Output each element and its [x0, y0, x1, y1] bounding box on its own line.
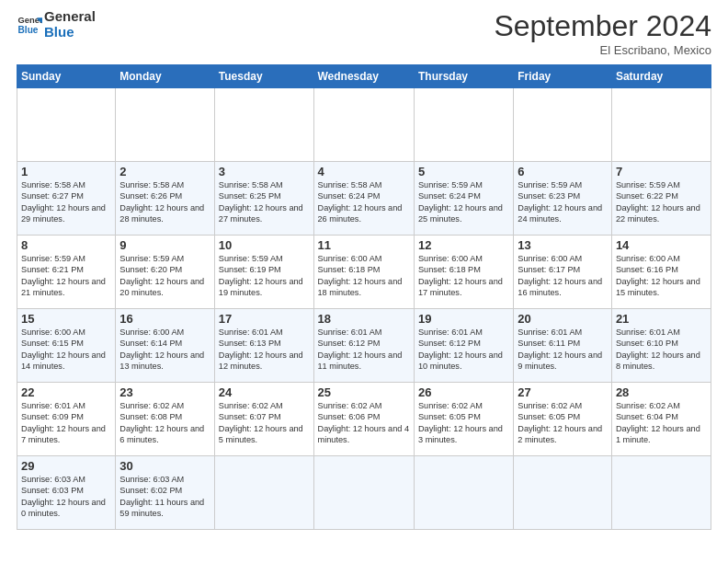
title-section: September 2024 El Escribano, Mexico	[494, 9, 711, 57]
cell-week4-day3: 24Sunrise: 6:02 AMSunset: 6:07 PMDayligh…	[214, 383, 313, 456]
day-number: 19	[418, 312, 509, 326]
page: General Blue General Blue September 2024…	[0, 0, 728, 539]
cell-week2-day4: 11Sunrise: 6:00 AMSunset: 6:18 PMDayligh…	[313, 236, 414, 309]
cell-week1-day3	[214, 88, 313, 162]
day-number: 7	[616, 165, 707, 178]
day-number: 14	[616, 238, 707, 252]
week-row-5: 29Sunrise: 6:03 AMSunset: 6:03 PMDayligh…	[17, 456, 711, 530]
cell-week3-day6: 20Sunrise: 6:01 AMSunset: 6:11 PMDayligh…	[514, 309, 612, 383]
cell-week2-day1: 8Sunrise: 5:59 AMSunset: 6:21 PMDaylight…	[17, 236, 116, 309]
day-info: Sunrise: 5:59 AMSunset: 6:21 PMDaylight:…	[21, 253, 111, 299]
header: General Blue General Blue September 2024…	[17, 9, 711, 57]
cell-week3-day5: 19Sunrise: 6:01 AMSunset: 6:12 PMDayligh…	[414, 309, 513, 383]
cell-week5-day2: 30Sunrise: 6:03 AMSunset: 6:02 PMDayligh…	[116, 456, 214, 530]
cell-week1-day4	[313, 88, 414, 162]
day-number: 1	[21, 165, 111, 178]
day-info: Sunrise: 5:59 AMSunset: 6:19 PMDaylight:…	[219, 253, 310, 299]
day-info: Sunrise: 6:00 AMSunset: 6:15 PMDaylight:…	[21, 327, 111, 373]
day-info: Sunrise: 6:02 AMSunset: 6:06 PMDaylight:…	[318, 400, 410, 446]
cell-week1b-day5: 5Sunrise: 5:59 AMSunset: 6:24 PMDaylight…	[414, 162, 513, 236]
cell-week3-day4: 18Sunrise: 6:01 AMSunset: 6:12 PMDayligh…	[313, 309, 414, 383]
day-info: Sunrise: 6:00 AMSunset: 6:18 PMDaylight:…	[318, 253, 410, 299]
week-row-2: 8Sunrise: 5:59 AMSunset: 6:21 PMDaylight…	[17, 236, 711, 309]
day-info: Sunrise: 6:01 AMSunset: 6:09 PMDaylight:…	[21, 400, 111, 446]
col-header-monday: Monday	[116, 65, 214, 88]
day-info: Sunrise: 5:59 AMSunset: 6:24 PMDaylight:…	[418, 179, 509, 225]
day-number: 12	[418, 238, 509, 252]
day-info: Sunrise: 6:02 AMSunset: 6:07 PMDaylight:…	[219, 400, 310, 446]
cell-week5-day6	[514, 456, 612, 530]
cell-week5-day4	[313, 456, 414, 530]
location: El Escribano, Mexico	[494, 43, 711, 57]
cell-week4-day4: 25Sunrise: 6:02 AMSunset: 6:06 PMDayligh…	[313, 383, 414, 456]
day-number: 30	[119, 459, 210, 473]
day-number: 15	[21, 312, 111, 326]
day-number: 17	[219, 312, 310, 326]
day-number: 25	[318, 385, 410, 399]
day-number: 18	[318, 312, 410, 326]
logo-blue: Blue	[44, 25, 96, 40]
cell-week2-day3: 10Sunrise: 5:59 AMSunset: 6:19 PMDayligh…	[214, 236, 313, 309]
day-number: 24	[219, 385, 310, 399]
day-number: 5	[418, 165, 509, 178]
cell-week1-day6	[514, 88, 612, 162]
day-number: 11	[318, 238, 410, 252]
day-number: 27	[518, 385, 608, 399]
cell-week1-day2	[116, 88, 214, 162]
cell-week1b-day2: 2Sunrise: 5:58 AMSunset: 6:26 PMDaylight…	[116, 162, 214, 236]
day-info: Sunrise: 6:03 AMSunset: 6:03 PMDaylight:…	[21, 474, 111, 520]
day-info: Sunrise: 6:03 AMSunset: 6:02 PMDaylight:…	[119, 474, 210, 520]
day-info: Sunrise: 5:58 AMSunset: 6:25 PMDaylight:…	[219, 179, 310, 225]
cell-week1b-day4: 4Sunrise: 5:58 AMSunset: 6:24 PMDaylight…	[313, 162, 414, 236]
col-header-wednesday: Wednesday	[313, 65, 414, 88]
day-info: Sunrise: 6:01 AMSunset: 6:10 PMDaylight:…	[616, 327, 707, 373]
day-info: Sunrise: 6:01 AMSunset: 6:12 PMDaylight:…	[318, 327, 410, 373]
day-info: Sunrise: 5:59 AMSunset: 6:23 PMDaylight:…	[518, 179, 608, 225]
logo-general: General	[44, 9, 96, 25]
day-info: Sunrise: 5:58 AMSunset: 6:27 PMDaylight:…	[21, 179, 111, 225]
month-title: September 2024	[494, 9, 711, 43]
cell-week1-day7	[611, 88, 711, 162]
logo: General Blue General Blue	[17, 9, 96, 40]
day-number: 9	[119, 238, 210, 252]
col-header-tuesday: Tuesday	[214, 65, 313, 88]
day-number: 16	[119, 312, 210, 326]
cell-week2-day7: 14Sunrise: 6:00 AMSunset: 6:16 PMDayligh…	[611, 236, 711, 309]
cell-week1b-day1: 1Sunrise: 5:58 AMSunset: 6:27 PMDaylight…	[17, 162, 116, 236]
cell-week3-day1: 15Sunrise: 6:00 AMSunset: 6:15 PMDayligh…	[17, 309, 116, 383]
day-info: Sunrise: 5:59 AMSunset: 6:22 PMDaylight:…	[616, 179, 707, 225]
col-header-saturday: Saturday	[611, 65, 711, 88]
day-number: 21	[616, 312, 707, 326]
cell-week4-day5: 26Sunrise: 6:02 AMSunset: 6:05 PMDayligh…	[414, 383, 513, 456]
col-header-sunday: Sunday	[17, 65, 116, 88]
day-info: Sunrise: 6:02 AMSunset: 6:05 PMDaylight:…	[518, 400, 608, 446]
day-number: 26	[418, 385, 509, 399]
day-number: 20	[518, 312, 608, 326]
day-number: 23	[119, 385, 210, 399]
cell-week2-day6: 13Sunrise: 6:00 AMSunset: 6:17 PMDayligh…	[514, 236, 612, 309]
day-number: 29	[21, 459, 111, 473]
day-number: 10	[219, 238, 310, 252]
cell-week5-day5	[414, 456, 513, 530]
cell-week3-day2: 16Sunrise: 6:00 AMSunset: 6:14 PMDayligh…	[116, 309, 214, 383]
day-info: Sunrise: 5:59 AMSunset: 6:20 PMDaylight:…	[119, 253, 210, 299]
cell-week4-day6: 27Sunrise: 6:02 AMSunset: 6:05 PMDayligh…	[514, 383, 612, 456]
day-number: 6	[518, 165, 608, 178]
cell-week3-day7: 21Sunrise: 6:01 AMSunset: 6:10 PMDayligh…	[611, 309, 711, 383]
cell-week2-day2: 9Sunrise: 5:59 AMSunset: 6:20 PMDaylight…	[116, 236, 214, 309]
cell-week4-day1: 22Sunrise: 6:01 AMSunset: 6:09 PMDayligh…	[17, 383, 116, 456]
col-header-friday: Friday	[514, 65, 612, 88]
day-info: Sunrise: 6:02 AMSunset: 6:04 PMDaylight:…	[616, 400, 707, 446]
day-info: Sunrise: 6:00 AMSunset: 6:17 PMDaylight:…	[518, 253, 608, 299]
day-number: 22	[21, 385, 111, 399]
cell-week4-day7: 28Sunrise: 6:02 AMSunset: 6:04 PMDayligh…	[611, 383, 711, 456]
day-info: Sunrise: 6:00 AMSunset: 6:18 PMDaylight:…	[418, 253, 509, 299]
day-number: 3	[219, 165, 310, 178]
svg-text:Blue: Blue	[18, 25, 39, 35]
week-row-4: 22Sunrise: 6:01 AMSunset: 6:09 PMDayligh…	[17, 383, 711, 456]
week-row-3: 15Sunrise: 6:00 AMSunset: 6:15 PMDayligh…	[17, 309, 711, 383]
day-info: Sunrise: 6:02 AMSunset: 6:05 PMDaylight:…	[418, 400, 509, 446]
week-row-1	[17, 88, 711, 162]
cell-week5-day3	[214, 456, 313, 530]
cell-week2-day5: 12Sunrise: 6:00 AMSunset: 6:18 PMDayligh…	[414, 236, 513, 309]
